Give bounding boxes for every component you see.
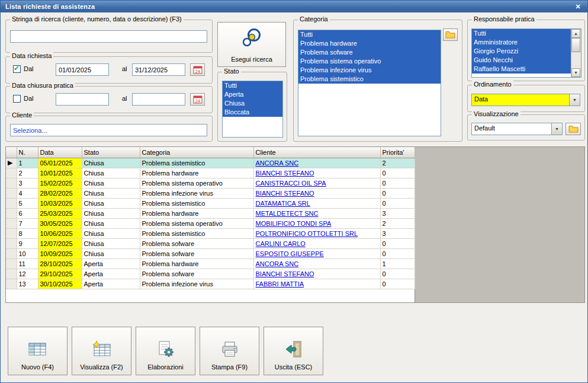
data-richiesta-to-input[interactable] bbox=[132, 63, 185, 76]
responsabile-option[interactable]: Guido Necchi bbox=[472, 56, 571, 65]
visualizza-button[interactable]: Visualizza (F2) bbox=[72, 327, 131, 375]
cell-stato[interactable]: Chiusa bbox=[82, 238, 140, 248]
uscita-button[interactable]: Uscita (ESC) bbox=[264, 327, 323, 375]
column-header-categoria[interactable]: Categoria bbox=[140, 147, 253, 158]
table-row[interactable]: 912/07/2025ChiusaProblema sofwareCARLINI… bbox=[6, 238, 415, 248]
elaborazioni-button[interactable]: Elaborazioni bbox=[136, 327, 195, 375]
responsabile-option[interactable]: Raffaello Mascetti bbox=[472, 65, 571, 74]
chevron-down-icon[interactable]: ▼ bbox=[569, 94, 580, 106]
cell-cliente[interactable]: CARLINI CARLO bbox=[253, 238, 380, 248]
cell-categoria[interactable]: Problema sistemistico bbox=[140, 228, 253, 238]
close-button[interactable]: ✕ bbox=[573, 2, 583, 11]
search-input[interactable] bbox=[10, 30, 207, 43]
cell-categoria[interactable]: Problema sistemistico bbox=[140, 158, 253, 168]
cell-stato[interactable]: Chiusa bbox=[82, 178, 140, 188]
cell-priorita[interactable]: 3 bbox=[380, 208, 415, 218]
cell-n[interactable]: 13 bbox=[17, 279, 38, 289]
table-row[interactable]: ▶105/01/2025ChiusaProblema sistemisticoA… bbox=[6, 158, 415, 168]
cliente-link[interactable]: ANCORA SNC bbox=[256, 159, 299, 167]
cliente-link[interactable]: DATAMATICA SRL bbox=[256, 200, 310, 207]
categoria-option[interactable]: Problema sofware bbox=[298, 48, 441, 57]
row-selector-cell[interactable] bbox=[6, 208, 17, 218]
cliente-link[interactable]: FABBRI MATTIA bbox=[256, 280, 304, 288]
categoria-option[interactable]: Problema sistemistico bbox=[298, 75, 441, 84]
table-row[interactable]: 428/02/2025ChiusaProblema infezione viru… bbox=[6, 188, 415, 198]
cell-data[interactable]: 25/03/2025 bbox=[38, 208, 82, 218]
cliente-link[interactable]: POLTRONIFICIO OTTOLETTI SRL bbox=[256, 230, 358, 237]
cell-n[interactable]: 10 bbox=[17, 248, 38, 258]
stato-option[interactable]: Tutti bbox=[223, 81, 282, 90]
cell-cliente[interactable]: BIANCHI STEFANO bbox=[253, 269, 380, 279]
table-row[interactable]: 315/02/2025ChiusaProblema sistema operat… bbox=[6, 178, 415, 188]
table-row[interactable]: 1330/10/2025ApertaProblema infezione vir… bbox=[6, 279, 415, 289]
cliente-link[interactable]: ESPOSITO GIUSEPPE bbox=[256, 250, 324, 257]
row-selector-cell[interactable]: ▶ bbox=[6, 158, 17, 168]
visualizzazione-folder-button[interactable] bbox=[565, 123, 581, 135]
cell-data[interactable]: 10/06/2025 bbox=[38, 228, 82, 238]
stato-option[interactable]: Bloccata bbox=[223, 108, 282, 117]
table-row[interactable]: 510/03/2025ChiusaProblema sistemisticoDA… bbox=[6, 198, 415, 208]
cell-stato[interactable]: Chiusa bbox=[82, 228, 140, 238]
cell-data[interactable]: 15/02/2025 bbox=[38, 178, 82, 188]
row-selector-cell[interactable] bbox=[6, 248, 17, 258]
cliente-link[interactable]: CANISTRACCI OIL SPA bbox=[256, 180, 326, 187]
column-header-n[interactable]: N. bbox=[17, 147, 38, 158]
cell-cliente[interactable]: CANISTRACCI OIL SPA bbox=[253, 178, 380, 188]
cell-stato[interactable]: Chiusa bbox=[82, 168, 140, 178]
responsabile-option[interactable]: Giorgio Perozzi bbox=[472, 47, 571, 56]
responsabile-option[interactable]: Tutti bbox=[472, 29, 571, 38]
cell-data[interactable]: 28/10/2025 bbox=[38, 258, 82, 269]
cell-n[interactable]: 7 bbox=[17, 218, 38, 228]
cell-data[interactable]: 10/03/2025 bbox=[38, 198, 82, 208]
cliente-link[interactable]: BIANCHI STEFANO bbox=[256, 170, 314, 177]
cliente-link[interactable]: CARLINI CARLO bbox=[256, 240, 306, 247]
visualizzazione-select[interactable]: Default ▼ bbox=[471, 123, 563, 135]
cell-priorita[interactable]: 0 bbox=[380, 248, 415, 258]
row-selector-cell[interactable] bbox=[6, 238, 17, 248]
column-header-cliente[interactable]: Cliente bbox=[253, 147, 380, 158]
cell-stato[interactable]: Aperta bbox=[82, 269, 140, 279]
cell-data[interactable]: 10/01/2025 bbox=[38, 168, 82, 178]
table-row[interactable]: 1229/10/2025ApertaProblema sofwareBIANCH… bbox=[6, 269, 415, 279]
cell-priorita[interactable]: 2 bbox=[380, 158, 415, 168]
scrollbar-thumb[interactable] bbox=[571, 38, 580, 52]
cliente-link[interactable]: METALDETECT SNC bbox=[256, 210, 319, 217]
esegui-ricerca-button[interactable]: Esegui ricerca bbox=[217, 22, 286, 67]
scroll-down-icon[interactable]: ▼ bbox=[571, 68, 580, 77]
cell-n[interactable]: 1 bbox=[17, 158, 38, 168]
data-chiusura-from-input[interactable] bbox=[56, 93, 109, 106]
cell-categoria[interactable]: Problema infezione virus bbox=[140, 279, 253, 289]
cell-stato[interactable]: Chiusa bbox=[82, 208, 140, 218]
categoria-option[interactable]: Problema hardware bbox=[298, 39, 441, 48]
cell-stato[interactable]: Chiusa bbox=[82, 188, 140, 198]
cell-priorita[interactable]: 0 bbox=[380, 279, 415, 289]
cell-categoria[interactable]: Problema sofware bbox=[140, 248, 253, 258]
cell-categoria[interactable]: Problema hardware bbox=[140, 208, 253, 218]
cell-data[interactable]: 28/02/2025 bbox=[38, 188, 82, 198]
table-row[interactable]: 1010/09/2025ChiusaProblema sofwareESPOSI… bbox=[6, 248, 415, 258]
cliente-link[interactable]: ANCORA SNC bbox=[256, 260, 299, 267]
cell-n[interactable]: 2 bbox=[17, 168, 38, 178]
cell-cliente[interactable]: ANCORA SNC bbox=[253, 258, 380, 269]
column-header-priorita[interactable]: Priorita' bbox=[380, 147, 415, 158]
data-richiesta-calendar-button[interactable]: 24 bbox=[190, 63, 205, 76]
cliente-link[interactable]: MOBILIFICIO TONDI SPA bbox=[256, 220, 332, 227]
column-header-stato[interactable]: Stato bbox=[82, 147, 140, 158]
cell-priorita[interactable]: 1 bbox=[380, 258, 415, 269]
cell-priorita[interactable]: 0 bbox=[380, 238, 415, 248]
cell-n[interactable]: 5 bbox=[17, 198, 38, 208]
responsabile-option[interactable]: Amministratore bbox=[472, 38, 571, 47]
stampa-button[interactable]: Stampa (F9) bbox=[200, 327, 259, 375]
row-selector-cell[interactable] bbox=[6, 258, 17, 269]
data-richiesta-from-input[interactable] bbox=[56, 63, 109, 76]
categoria-folder-button[interactable] bbox=[443, 28, 458, 41]
column-header-data[interactable]: Data bbox=[38, 147, 82, 158]
cell-cliente[interactable]: BIANCHI STEFANO bbox=[253, 168, 380, 178]
cell-stato[interactable]: Chiusa bbox=[82, 248, 140, 258]
cell-n[interactable]: 4 bbox=[17, 188, 38, 198]
cell-categoria[interactable]: Problema sistemistico bbox=[140, 198, 253, 208]
responsabile-listbox[interactable]: TuttiAmministratoreGiorgio PerozziGuido … bbox=[471, 28, 581, 78]
cell-n[interactable]: 11 bbox=[17, 258, 38, 269]
cliente-link[interactable]: BIANCHI STEFANO bbox=[256, 270, 314, 277]
cell-data[interactable]: 12/07/2025 bbox=[38, 238, 82, 248]
